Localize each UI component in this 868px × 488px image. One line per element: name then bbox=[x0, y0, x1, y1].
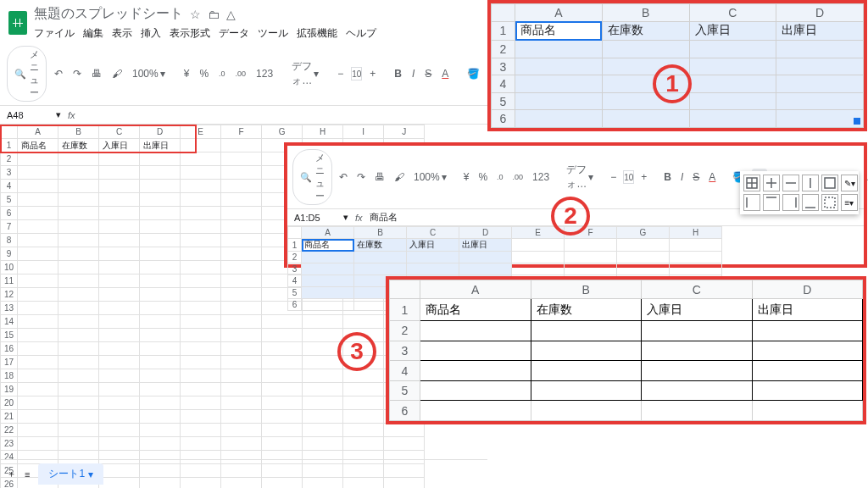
cell[interactable] bbox=[181, 329, 221, 342]
cell[interactable] bbox=[531, 380, 642, 401]
cell[interactable]: 商品名 bbox=[420, 299, 531, 321]
row-header[interactable]: 3 bbox=[288, 263, 302, 275]
col-header[interactable]: J bbox=[384, 125, 425, 139]
cell[interactable]: 在庫数 bbox=[531, 299, 642, 321]
cell[interactable] bbox=[689, 92, 776, 110]
col-header[interactable]: B bbox=[531, 280, 642, 299]
menu-data[interactable]: データ bbox=[219, 26, 249, 41]
cell[interactable] bbox=[140, 274, 181, 288]
cell[interactable] bbox=[99, 383, 140, 396]
redo-button[interactable]: ↷ bbox=[354, 169, 368, 185]
corner-cell[interactable] bbox=[492, 4, 515, 22]
cell[interactable] bbox=[262, 315, 303, 329]
font-select[interactable]: デフォ… ▾ bbox=[564, 161, 596, 193]
cell[interactable] bbox=[752, 380, 863, 401]
cell[interactable] bbox=[221, 234, 262, 247]
move-icon[interactable]: 🗀 bbox=[208, 8, 220, 21]
italic-button[interactable]: I bbox=[409, 66, 417, 81]
cell[interactable]: 入庫日 bbox=[689, 21, 776, 41]
cell[interactable] bbox=[99, 180, 140, 193]
cell[interactable] bbox=[18, 247, 58, 261]
cell[interactable] bbox=[262, 329, 303, 342]
row-header[interactable]: 23 bbox=[1, 437, 18, 451]
menu-search-button[interactable]: 🔍 メニュー bbox=[7, 46, 47, 102]
dec-dec-button[interactable]: .0 bbox=[216, 68, 228, 80]
cell[interactable] bbox=[99, 424, 140, 437]
cell[interactable] bbox=[515, 92, 603, 110]
cell[interactable] bbox=[181, 152, 221, 166]
row-header[interactable]: 14 bbox=[1, 315, 18, 329]
cell[interactable] bbox=[302, 263, 354, 275]
italic-button[interactable]: I bbox=[678, 169, 686, 185]
cell[interactable] bbox=[512, 263, 565, 275]
name-box[interactable]: A1:D5 bbox=[294, 213, 337, 223]
border-inner-icon[interactable] bbox=[763, 175, 780, 191]
col-header[interactable]: C bbox=[99, 125, 140, 139]
cell[interactable] bbox=[18, 180, 58, 193]
cell[interactable] bbox=[221, 437, 262, 451]
cell[interactable] bbox=[302, 287, 354, 299]
cell[interactable] bbox=[181, 247, 221, 261]
row-header[interactable]: 3 bbox=[492, 58, 515, 75]
cell[interactable] bbox=[18, 193, 58, 207]
cell[interactable] bbox=[18, 424, 58, 437]
cell[interactable] bbox=[343, 410, 384, 424]
cell[interactable] bbox=[689, 75, 776, 93]
cell[interactable] bbox=[181, 288, 221, 302]
cell[interactable] bbox=[565, 239, 617, 252]
cell[interactable] bbox=[140, 180, 181, 193]
menu-insert[interactable]: 挿入 bbox=[141, 26, 161, 41]
corner-cell[interactable] bbox=[1, 125, 18, 139]
cell[interactable] bbox=[140, 410, 181, 424]
cell[interactable] bbox=[689, 110, 776, 128]
font-size-inc[interactable]: + bbox=[638, 169, 649, 185]
col-header[interactable]: A bbox=[420, 280, 531, 299]
col-header[interactable]: A bbox=[302, 227, 354, 239]
cell[interactable] bbox=[99, 261, 140, 274]
row-header[interactable]: 21 bbox=[1, 410, 18, 424]
cell[interactable] bbox=[58, 247, 99, 261]
col-header[interactable]: A bbox=[18, 125, 58, 139]
cell[interactable] bbox=[58, 288, 99, 302]
number-format-button[interactable]: 123 bbox=[253, 66, 275, 81]
cell[interactable] bbox=[303, 329, 343, 342]
cell[interactable] bbox=[181, 383, 221, 396]
cell[interactable] bbox=[181, 193, 221, 207]
cell[interactable] bbox=[343, 396, 384, 410]
cell[interactable] bbox=[221, 247, 262, 261]
cell[interactable] bbox=[303, 437, 343, 451]
cell[interactable] bbox=[18, 356, 58, 369]
cell[interactable] bbox=[343, 383, 384, 396]
cell[interactable] bbox=[18, 207, 58, 220]
cell[interactable] bbox=[181, 234, 221, 247]
selection-handle-icon[interactable] bbox=[854, 118, 860, 125]
cell[interactable] bbox=[262, 396, 303, 410]
cell[interactable] bbox=[140, 396, 181, 410]
cell[interactable] bbox=[58, 342, 99, 356]
row-header[interactable]: 1 bbox=[1, 139, 18, 152]
menu-edit[interactable]: 編集 bbox=[83, 26, 103, 41]
cell[interactable] bbox=[752, 361, 863, 381]
undo-button[interactable]: ↶ bbox=[337, 169, 350, 185]
cell[interactable] bbox=[18, 152, 58, 166]
row-header[interactable]: 3 bbox=[1, 166, 18, 180]
cell[interactable] bbox=[515, 75, 603, 93]
cell[interactable] bbox=[221, 369, 262, 383]
col-header[interactable]: C bbox=[642, 280, 753, 299]
border-top-icon[interactable] bbox=[763, 194, 780, 211]
cell[interactable] bbox=[752, 321, 863, 341]
row-header[interactable]: 6 bbox=[1, 207, 18, 220]
cell[interactable] bbox=[99, 410, 140, 424]
cell[interactable] bbox=[140, 369, 181, 383]
cell[interactable] bbox=[642, 380, 753, 401]
cell[interactable] bbox=[384, 424, 425, 437]
cell[interactable] bbox=[58, 410, 99, 424]
row-header[interactable]: 7 bbox=[1, 220, 18, 234]
row-header[interactable]: 5 bbox=[288, 287, 302, 299]
cell[interactable] bbox=[58, 437, 99, 451]
border-vertical-icon[interactable] bbox=[802, 175, 819, 191]
col-header[interactable]: A bbox=[515, 4, 603, 22]
cell[interactable] bbox=[140, 329, 181, 342]
cell[interactable] bbox=[181, 302, 221, 315]
row-header[interactable]: 6 bbox=[492, 110, 515, 128]
